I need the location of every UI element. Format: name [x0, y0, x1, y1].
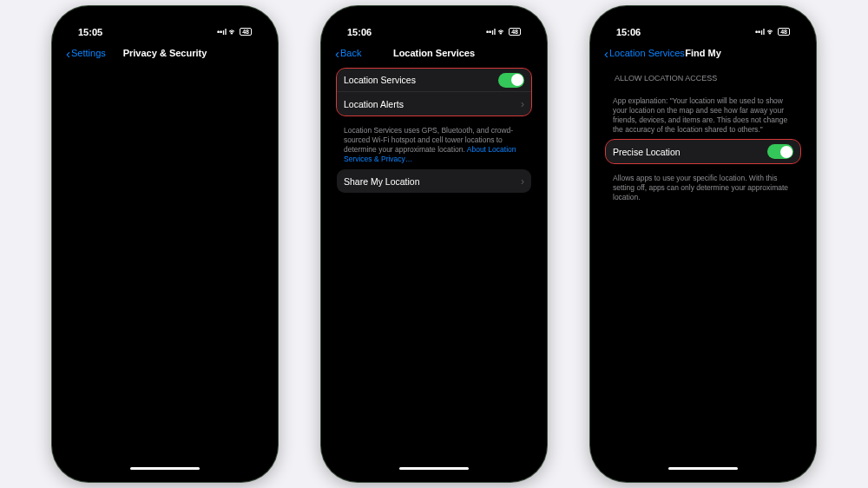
status-indicators: ••ıl ᯤ 48 [755, 28, 790, 36]
row-label: Location Services [344, 75, 498, 85]
signal-icon: ••ıl [486, 28, 496, 36]
row-label: Location Alerts [344, 99, 521, 109]
notch [404, 22, 464, 37]
status-time: 15:06 [347, 27, 372, 37]
home-indicator [668, 467, 738, 470]
signal-icon: ••ıl [755, 28, 765, 36]
back-label: Back [340, 48, 361, 58]
chevron-left-icon: ‹ [604, 47, 608, 60]
row-label: Share My Location [344, 176, 521, 187]
battery-icon: 48 [240, 28, 252, 36]
content-area [61, 65, 269, 473]
toggle-switch[interactable] [767, 144, 793, 159]
screen-1: 15:05 ••ıl ᯤ 48 ‹ Settings Privacy & Sec… [61, 15, 269, 473]
row-label: Precise Location [613, 147, 767, 157]
caption-precise-location: Allows apps to use your specific locatio… [606, 174, 800, 208]
status-time: 15:05 [78, 27, 102, 37]
back-label: Location Services [609, 48, 685, 58]
toggle-switch[interactable] [498, 73, 524, 88]
phone-frame-2: 15:06 ••ıl ᯤ 48 ‹ Back Location Services… [321, 6, 547, 482]
nav-title: Find My [685, 48, 721, 58]
battery-icon: 48 [778, 28, 790, 36]
back-label: Settings [71, 48, 106, 58]
caption-location-services: Location Services uses GPS, Bluetooth, a… [337, 126, 531, 169]
group-location-toggle: Location Services Location Alerts › [337, 69, 531, 115]
chevron-right-icon: › [521, 98, 524, 110]
row-location-services-toggle[interactable]: Location Services [337, 69, 531, 92]
screen-3: 15:06 ••ıl ᯤ 48 ‹ Location Services Find… [599, 15, 807, 473]
row-location-alerts[interactable]: Location Alerts › [337, 92, 531, 115]
back-button[interactable]: ‹ Location Services [604, 47, 685, 60]
wifi-icon: ᯤ [498, 28, 506, 36]
content-area: Location Services Location Alerts › Loca… [330, 65, 538, 473]
section-header-allow-access: ALLOW LOCATION ACCESS [606, 69, 800, 86]
status-time: 15:06 [616, 27, 641, 37]
back-button[interactable]: ‹ Back [335, 47, 361, 60]
phone-frame-3: 15:06 ••ıl ᯤ 48 ‹ Location Services Find… [590, 6, 816, 482]
nav-bar: ‹ Location Services Find My [599, 41, 807, 65]
group-precise-location: Precise Location [606, 140, 800, 163]
signal-icon: ••ıl [217, 28, 227, 36]
caption-app-explanation: App explanation: "Your location will be … [606, 96, 800, 140]
notch [673, 22, 733, 37]
status-indicators: ••ıl ᯤ 48 [486, 28, 521, 36]
nav-bar: ‹ Back Location Services [330, 41, 538, 65]
status-indicators: ••ıl ᯤ 48 [217, 28, 252, 36]
battery-icon: 48 [509, 28, 521, 36]
home-indicator [399, 467, 469, 470]
screen-2: 15:06 ••ıl ᯤ 48 ‹ Back Location Services… [330, 15, 538, 473]
nav-title: Privacy & Security [123, 48, 207, 58]
nav-title: Location Services [393, 48, 475, 58]
content-area: ALLOW LOCATION ACCESS App explanation: "… [599, 65, 807, 473]
nav-bar: ‹ Settings Privacy & Security [61, 41, 269, 65]
phone-frame-1: 15:05 ••ıl ᯤ 48 ‹ Settings Privacy & Sec… [52, 6, 278, 482]
row-precise-location[interactable]: Precise Location [606, 140, 800, 163]
chevron-right-icon: › [521, 175, 524, 188]
chevron-left-icon: ‹ [335, 47, 339, 60]
chevron-left-icon: ‹ [66, 47, 70, 60]
wifi-icon: ᯤ [767, 28, 775, 36]
wifi-icon: ᯤ [229, 28, 237, 36]
group-share-location: Share My Location › [337, 169, 531, 193]
back-button[interactable]: ‹ Settings [66, 47, 106, 60]
notch [135, 22, 195, 37]
row-share-my-location[interactable]: Share My Location › [337, 169, 531, 193]
home-indicator [130, 467, 200, 470]
